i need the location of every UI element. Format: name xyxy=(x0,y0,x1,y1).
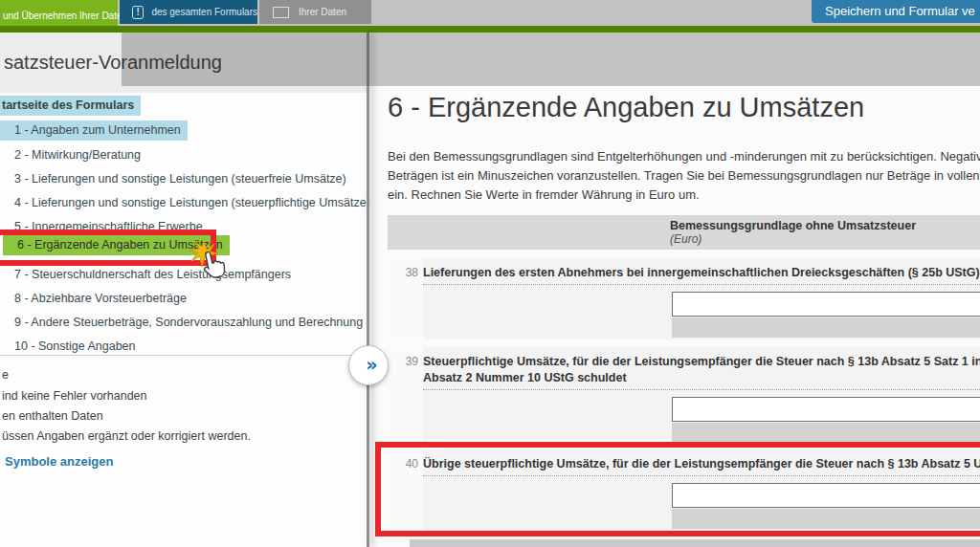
sidebar-collapse-button[interactable]: » xyxy=(348,345,389,385)
sidebar-divider xyxy=(0,355,368,356)
sidebar-nav-item[interactable]: 9 - Andere Steuerbeträge, Sondervorausza… xyxy=(0,313,369,333)
legend-line: en enthalten Daten xyxy=(2,409,103,423)
form-row: 39 Steuerpflichtige Umsätze, für die der… xyxy=(388,347,980,440)
sidebar-nav-item-label: 2 - Mitwirkung/Beratung xyxy=(0,145,147,165)
import-data-label: und Übernehmen Ihrer Daten xyxy=(3,11,127,21)
save-and-leave-button[interactable]: Speichern und Formular ve xyxy=(812,0,980,23)
sidebar-nav-item-label: 7 - Steuerschuldnerschaft des Leistungse… xyxy=(0,265,298,285)
amount-readonly-field xyxy=(672,423,980,443)
amount-readonly-field xyxy=(672,509,980,529)
sidebar-nav-item[interactable]: 2 - Mitwirkung/Beratung xyxy=(0,145,147,165)
form-section-content: 6 - Ergänzende Angaben zu Umsätzen Bei d… xyxy=(370,86,980,547)
section-heading: 6 - Ergänzende Angaben zu Umsätzen xyxy=(388,92,864,123)
form-row: 40 Übrige steuerpflichtige Umsätze, für … xyxy=(388,449,980,532)
green-divider-stripe xyxy=(0,26,980,33)
amount-input[interactable] xyxy=(672,292,980,317)
row-number: 39 xyxy=(393,355,418,368)
sidebar-nav-item-label: 9 - Andere Steuerbeträge, Sondervorausza… xyxy=(0,313,369,333)
amount-input[interactable] xyxy=(672,397,980,422)
mail-data-button[interactable]: Ihrer Daten xyxy=(259,0,371,24)
exclamation-square-icon: ! xyxy=(132,6,144,19)
row-content: Übrige steuerpflichtige Umsätze, für die… xyxy=(423,449,980,532)
sidebar-nav-item[interactable]: 8 - Abziehbare Vorsteuerbeträge xyxy=(0,289,193,309)
show-symbols-link[interactable]: Symbole anzeigen xyxy=(5,454,113,469)
sidebar-nav-item-label: 6 - Ergänzende Angaben zu Umsätzen xyxy=(3,235,230,255)
shadow-overlay xyxy=(122,33,980,86)
sidebar-nav-item-label: 1 - Angaben zum Unternehmen xyxy=(0,120,188,141)
sidebar-nav-item[interactable]: 10 - Sonstige Angaben xyxy=(0,337,143,357)
sidebar-nav-item[interactable]: 6 - Ergänzende Angaben zu Umsätzen xyxy=(0,235,230,255)
amount-input[interactable] xyxy=(672,483,980,508)
legend-line: e xyxy=(2,368,9,382)
import-data-zone[interactable]: und Übernehmen Ihrer Daten xyxy=(0,0,118,26)
row-number: 40 xyxy=(393,457,418,470)
table-header-subtitle: (Euro) xyxy=(670,232,980,246)
check-form-label: des gesamten Formulars xyxy=(151,7,257,17)
sidebar-nav-item[interactable]: 7 - Steuerschuldnerschaft des Leistungse… xyxy=(0,265,298,285)
row-content: Steuerpflichtige Umsätze, für die der Le… xyxy=(423,347,980,440)
legend-line: üssen Angaben ergänzt oder korrigiert we… xyxy=(2,429,251,443)
sidebar-nav-item-label: 10 - Sonstige Angaben xyxy=(0,337,143,357)
sidebar-nav-item[interactable]: 5 - Innergemeinschaftliche Erwerbe xyxy=(0,217,210,237)
sidebar-nav-item-label: 5 - Innergemeinschaftliche Erwerbe xyxy=(0,217,210,237)
sidebar-nav-item-label: 8 - Abziehbare Vorsteuerbeträge xyxy=(0,289,193,309)
row-label: Lieferungen des ersten Abnehmers bei inn… xyxy=(423,265,980,285)
sidebar-nav-item-label: 3 - Lieferungen und sonstige Leistungen … xyxy=(0,169,353,189)
row-number: 38 xyxy=(393,266,418,279)
sidebar-nav-item[interactable]: 4 - Lieferungen und sonstige Leistungen … xyxy=(0,193,377,213)
sidebar-nav-item[interactable]: 3 - Lieferungen und sonstige Leistungen … xyxy=(0,169,353,189)
table-header-bar: Bemessungsgrundlage ohne Umsatzsteuer (E… xyxy=(388,215,980,250)
section-intro-text: Bei den Bemessungsgrundlagen sind Entgel… xyxy=(388,147,980,205)
amount-readonly-field xyxy=(672,317,980,338)
legend-line: ind keine Fehler vorhanden xyxy=(2,389,147,403)
sidebar-nav-item-label: tartseite des Formulars xyxy=(0,96,141,116)
row-label: Steuerpflichtige Umsätze, für die der Le… xyxy=(423,354,980,390)
check-form-button[interactable]: ! des gesamten Formulars xyxy=(120,0,257,24)
sidebar-nav-item[interactable]: 1 - Angaben zum Unternehmen xyxy=(0,120,188,141)
envelope-icon xyxy=(273,7,289,18)
row-content: Lieferungen des ersten Abnehmers bei inn… xyxy=(423,258,980,339)
mail-data-label: Ihrer Daten xyxy=(299,7,346,17)
next-section-edge xyxy=(410,539,980,547)
form-row: 38 Lieferungen des ersten Abnehmers bei … xyxy=(388,258,980,339)
sidebar-navigation: tartseite des Formulars 1 - Angaben zum … xyxy=(0,93,368,547)
sidebar-nav-item-label: 4 - Lieferungen und sonstige Leistungen … xyxy=(0,193,377,213)
row-label: Übrige steuerpflichtige Umsätze, für die… xyxy=(423,456,980,476)
sidebar-nav-item[interactable]: tartseite des Formulars xyxy=(0,96,141,116)
chevron-double-right-icon: » xyxy=(366,354,377,375)
top-toolbar: und Übernehmen Ihrer Daten ! des gesamte… xyxy=(0,0,980,26)
sidebar-border xyxy=(367,33,369,547)
table-header-title: Bemessungsgrundlage ohne Umsatzsteuer xyxy=(670,219,980,232)
